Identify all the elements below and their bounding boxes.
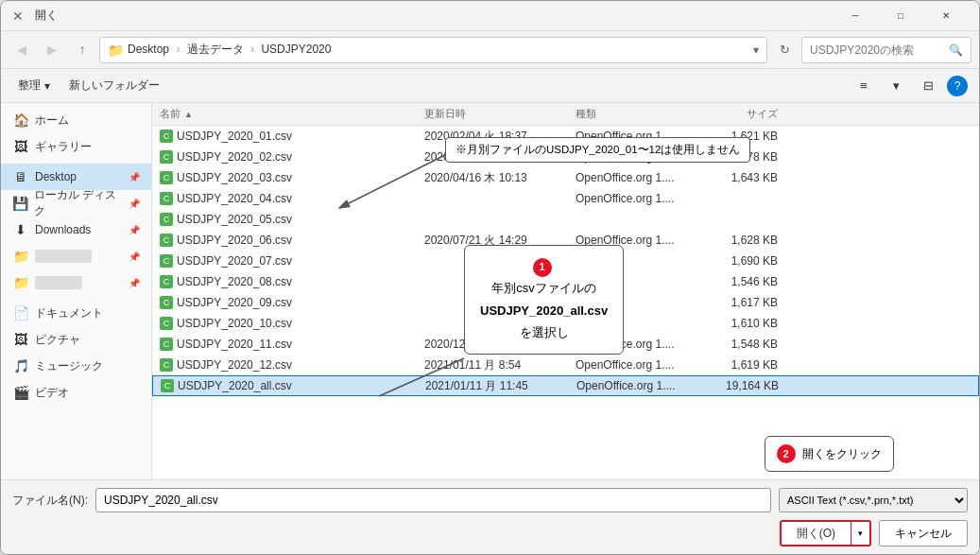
disk-pin-icon: 📌	[129, 199, 140, 209]
manage-chevron-icon: ▾	[44, 79, 50, 93]
file-header: 名前 ▲ 更新日時 種類 サイズ	[152, 103, 979, 126]
file-icon: C	[160, 296, 173, 309]
sidebar-item-folder2[interactable]: 📁 📌	[1, 269, 151, 296]
main-content: 🏠 ホーム 🖼 ギャラリー 🖥 Desktop 📌 💾 ローカル ディスク 📌 …	[1, 103, 979, 479]
pictures-icon: 🖼	[12, 332, 29, 347]
music-icon: 🎵	[12, 358, 29, 373]
col-date-header[interactable]: 更新日時	[417, 107, 568, 121]
file-area: 名前 ▲ 更新日時 種類 サイズ C USDJPY_2020_01.csv 20…	[152, 103, 979, 479]
file-icon: C	[160, 213, 173, 226]
desktop-pin-icon: 📌	[129, 172, 140, 182]
callout-note: ※月別ファイルのUSDJPY_2020_01〜12は使用しません	[445, 137, 750, 163]
actions-row: 開く(O) ▾ キャンセル	[12, 520, 968, 546]
downloads-pin-icon: 📌	[129, 225, 140, 235]
address-path: Desktop › 過去データ › USDJPY2020	[128, 42, 331, 58]
sidebar-item-desktop[interactable]: 🖥 Desktop 📌	[1, 164, 151, 190]
sidebar-item-videos[interactable]: 🎬 ビデオ	[1, 379, 151, 406]
file-icon: C	[160, 317, 173, 330]
cancel-button[interactable]: キャンセル	[879, 520, 968, 546]
close-button[interactable]: ✕	[924, 1, 968, 31]
folder-icon: 📁	[108, 43, 124, 58]
file-icon: C	[160, 150, 173, 164]
search-bar: 🔍	[801, 37, 971, 63]
file-icon: C	[160, 130, 173, 143]
folder1-pin-icon: 📌	[129, 251, 140, 262]
file-icon: C	[160, 171, 173, 184]
file-row[interactable]: C USDJPY_2020_05.csv	[152, 209, 979, 230]
toolbar-right: ≡ ▾ ⊟ ?	[851, 74, 968, 98]
gallery-icon: 🖼	[12, 139, 29, 154]
sidebar: 🏠 ホーム 🖼 ギャラリー 🖥 Desktop 📌 💾 ローカル ディスク 📌 …	[1, 103, 152, 479]
folder2-pin-icon: 📌	[129, 278, 140, 288]
nav-bar: ◀ ▶ ↑ 📁 Desktop › 過去データ › USDJPY2020 ▾ ↻…	[1, 31, 979, 69]
window-controls: ─ □ ✕	[834, 1, 968, 31]
open-button-group: 開く(O) ▾	[780, 520, 871, 546]
col-size-header[interactable]: サイズ	[700, 107, 785, 121]
home-icon: 🏠	[12, 113, 29, 128]
folder2-icon: 📁	[12, 275, 29, 290]
file-row[interactable]: C USDJPY_2020_04.csv OpenOffice.org 1...…	[152, 188, 979, 209]
filename-input[interactable]	[95, 488, 771, 512]
col-name-header[interactable]: 名前 ▲	[152, 107, 417, 121]
file-icon: C	[161, 379, 174, 392]
refresh-button[interactable]: ↻	[771, 37, 798, 63]
address-bar[interactable]: 📁 Desktop › 過去データ › USDJPY2020 ▾	[99, 37, 767, 63]
sidebar-item-gallery[interactable]: 🖼 ギャラリー	[1, 133, 151, 160]
view-list-button[interactable]: ≡	[851, 74, 877, 98]
disk-icon: 💾	[12, 196, 28, 211]
file-icon: C	[160, 234, 173, 247]
filetype-select[interactable]: ASCII Text (*.csv,*.prn,*.txt)	[779, 488, 968, 512]
file-icon: C	[160, 358, 173, 372]
sidebar-item-local-disk[interactable]: 💾 ローカル ディスク 📌	[1, 190, 151, 217]
downloads-icon: ⬇	[12, 222, 29, 237]
file-icon: C	[160, 192, 173, 205]
file-icon: C	[160, 275, 173, 288]
bottom-bar: ファイル名(N): ASCII Text (*.csv,*.prn,*.txt)…	[1, 479, 979, 554]
file-icon: C	[160, 254, 173, 268]
file-row[interactable]: C USDJPY_2020_12.csv 2021/01/11 月 8:54 O…	[152, 355, 979, 375]
toolbar: 整理 ▾ 新しいフォルダー ≡ ▾ ⊟ ?	[1, 69, 979, 103]
col-type-header[interactable]: 種類	[568, 107, 700, 121]
new-folder-button[interactable]: 新しいフォルダー	[63, 74, 165, 98]
videos-icon: 🎬	[12, 385, 29, 400]
back-button[interactable]: ◀	[9, 37, 35, 63]
sidebar-item-downloads[interactable]: ⬇ Downloads 📌	[1, 217, 151, 243]
desktop-icon: 🖥	[12, 169, 29, 184]
open-button[interactable]: 開く(O)	[782, 522, 851, 545]
filename-label: ファイル名(N):	[12, 493, 88, 509]
file-icon: C	[160, 338, 173, 351]
file-row[interactable]: C USDJPY_2020_03.csv 2020/04/16 木 10:13 …	[152, 167, 979, 188]
filename-row: ファイル名(N): ASCII Text (*.csv,*.prn,*.txt)	[12, 488, 968, 512]
view-pane-button[interactable]: ⊟	[915, 74, 941, 98]
maximize-button[interactable]: □	[879, 1, 922, 31]
file-row[interactable]: C USDJPY_2020_all.csv 2021/01/11 月 11:45…	[152, 375, 979, 396]
title-bar: ✕ 開く ─ □ ✕	[1, 1, 979, 31]
manage-button[interactable]: 整理 ▾	[12, 74, 56, 98]
documents-icon: 📄	[12, 305, 29, 321]
folder1-icon: 📁	[12, 249, 29, 264]
sidebar-item-pictures[interactable]: 🖼 ピクチャ	[1, 326, 151, 353]
view-dropdown-button[interactable]: ▾	[883, 74, 909, 98]
sidebar-item-folder1[interactable]: 📁 📌	[1, 243, 151, 269]
search-icon: 🔍	[949, 43, 963, 57]
sidebar-item-documents[interactable]: 📄 ドキュメント	[1, 300, 151, 326]
address-chevron-icon: ▾	[753, 43, 759, 57]
sidebar-item-music[interactable]: 🎵 ミュージック	[1, 353, 151, 379]
sort-icon: ▲	[184, 110, 193, 119]
callout-open: 2 開くをクリック	[765, 436, 894, 472]
help-button[interactable]: ?	[947, 76, 968, 96]
search-input[interactable]	[810, 43, 945, 57]
up-button[interactable]: ↑	[69, 37, 95, 63]
callout-main: 1 年別csvファイルの USDJPY_2020_all.csv を選択し	[464, 245, 624, 355]
minimize-button[interactable]: ─	[834, 1, 877, 31]
window-title: 開く	[35, 8, 834, 24]
window-icon: ✕	[12, 9, 27, 24]
sidebar-item-home[interactable]: 🏠 ホーム	[1, 107, 151, 133]
open-dropdown-button[interactable]: ▾	[851, 522, 869, 545]
forward-button[interactable]: ▶	[39, 37, 65, 63]
